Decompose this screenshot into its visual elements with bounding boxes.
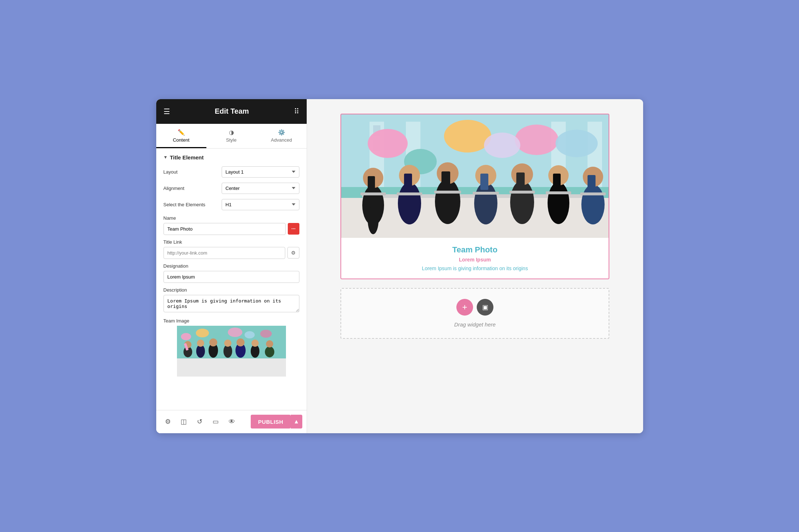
title-link-label: Title Link [164,239,299,245]
tab-advanced-label: Advanced [271,137,292,143]
select-elements-control: H1 H2 H3 H4 [222,199,299,210]
designation-field: Designation [164,263,299,283]
alignment-label: Alignment [164,186,222,191]
grid-icon[interactable]: ⠿ [294,107,299,116]
description-field: Description Lorem Ipsum is giving inform… [164,287,299,314]
section-arrow-icon: ▼ [164,155,168,160]
svg-rect-67 [580,192,606,195]
svg-point-18 [196,329,209,337]
team-image-label: Team Image [164,318,299,324]
svg-point-37 [556,130,598,157]
svg-point-42 [368,205,379,234]
svg-point-38 [484,133,520,158]
svg-rect-1 [177,358,286,377]
layout-control: Layout 1 Layout 2 Layout 3 [222,166,299,178]
alignment-field: Alignment Left Center Right [164,183,299,194]
tab-advanced[interactable]: ⚙️ Advanced [257,124,307,148]
team-card-info: Team Photo Lorem Ipsum Lorem Ipsum is gi… [341,238,609,279]
svg-point-6 [197,340,204,347]
advanced-icon: ⚙️ [278,129,285,136]
card-name: Team Photo [348,245,601,255]
svg-point-33 [368,129,408,158]
main-container: ☰ Edit Team ⠿ ✏️ Content ◑ Style ⚙️ Adva… [156,99,643,433]
description-label: Description [164,287,299,293]
tab-style[interactable]: ◑ Style [206,124,257,148]
svg-rect-62 [397,192,422,195]
team-image-field: Team Image [164,318,299,378]
designation-input[interactable] [164,271,299,283]
svg-rect-51 [480,174,488,190]
designation-label: Designation [164,263,299,269]
tabs: ✏️ Content ◑ Style ⚙️ Advanced [156,124,307,149]
tab-content[interactable]: ✏️ Content [156,124,206,148]
svg-point-16 [266,340,273,348]
sidebar: ☰ Edit Team ⠿ ✏️ Content ◑ Style ⚙️ Adva… [156,99,307,433]
style-icon: ◑ [229,129,234,136]
footer-history-icon[interactable]: ↺ [193,414,207,429]
drop-zone-text: Drag widget here [454,321,496,328]
drop-zone: + ▣ Drag widget here [340,288,609,339]
alignment-select[interactable]: Left Center Right [222,183,299,194]
svg-rect-41 [368,176,375,191]
team-card: Team Photo Lorem Ipsum Lorem Ipsum is gi… [340,114,609,279]
svg-point-36 [515,125,558,155]
hamburger-icon[interactable]: ☰ [164,107,170,116]
alignment-control: Left Center Right [222,183,299,194]
svg-rect-65 [509,191,535,194]
footer-preview-icon[interactable]: 👁 [225,414,239,429]
svg-point-12 [237,338,245,346]
svg-rect-64 [473,192,499,195]
name-input-wrapper: ··· [164,223,299,235]
name-label: Name [164,215,299,221]
title-link-field: Title Link ⚙ [164,239,299,259]
svg-point-17 [181,333,191,340]
svg-point-10 [224,340,231,347]
card-designation: Lorem Ipsum [348,257,601,263]
link-settings-button[interactable]: ⚙ [287,247,299,259]
publish-button[interactable]: PUBLISH [251,415,290,429]
folder-widget-button[interactable]: ▣ [477,299,493,316]
svg-rect-54 [516,172,525,189]
more-button[interactable]: ··· [288,223,299,235]
elements-select[interactable]: H1 H2 H3 H4 [222,199,299,210]
tab-style-label: Style [226,137,237,143]
select-elements-field: Select the Elements H1 H2 H3 H4 [164,199,299,210]
svg-point-20 [228,328,242,337]
svg-point-21 [245,331,255,338]
layout-field: Layout Layout 1 Layout 2 Layout 3 [164,166,299,178]
footer-layers-icon[interactable]: ◫ [177,414,191,429]
title-link-wrapper: ⚙ [164,247,299,259]
svg-point-22 [260,330,272,338]
svg-rect-45 [404,174,412,190]
content-icon: ✏️ [178,129,185,136]
svg-rect-57 [553,174,561,190]
svg-rect-61 [360,192,386,195]
add-widget-button[interactable]: + [456,299,473,316]
team-card-image [341,114,609,238]
footer-settings-icon[interactable]: ⚙ [161,414,175,429]
sidebar-content: ▼ Title Element Layout Layout 1 Layout 2… [156,149,307,410]
footer-responsive-icon[interactable]: ▭ [209,414,223,429]
svg-point-15 [265,346,274,357]
drop-zone-buttons: + ▣ [456,299,493,316]
svg-rect-63 [434,191,461,194]
svg-rect-48 [441,171,450,189]
svg-point-19 [213,333,221,339]
svg-rect-66 [546,191,571,194]
layout-select[interactable]: Layout 1 Layout 2 Layout 3 [222,166,299,178]
section-title: Title Element [170,154,203,161]
sidebar-title: Edit Team [215,107,249,115]
card-description: Lorem Ipsum is giving information on its… [348,265,601,271]
publish-wrap: PUBLISH ▲ [251,415,302,429]
title-link-input[interactable] [164,247,285,259]
publish-chevron-button[interactable]: ▲ [291,415,302,429]
description-input[interactable]: Lorem Ipsum is giving information on its… [164,295,299,312]
layout-label: Layout [164,169,222,175]
sidebar-footer: ⚙ ◫ ↺ ▭ 👁 PUBLISH ▲ [156,410,307,433]
sidebar-header: ☰ Edit Team ⠿ [156,99,307,124]
svg-point-34 [444,120,491,153]
team-image-preview[interactable] [164,326,299,378]
section-header: ▼ Title Element [164,154,299,161]
name-input[interactable] [164,223,286,235]
tab-content-label: Content [173,137,190,143]
